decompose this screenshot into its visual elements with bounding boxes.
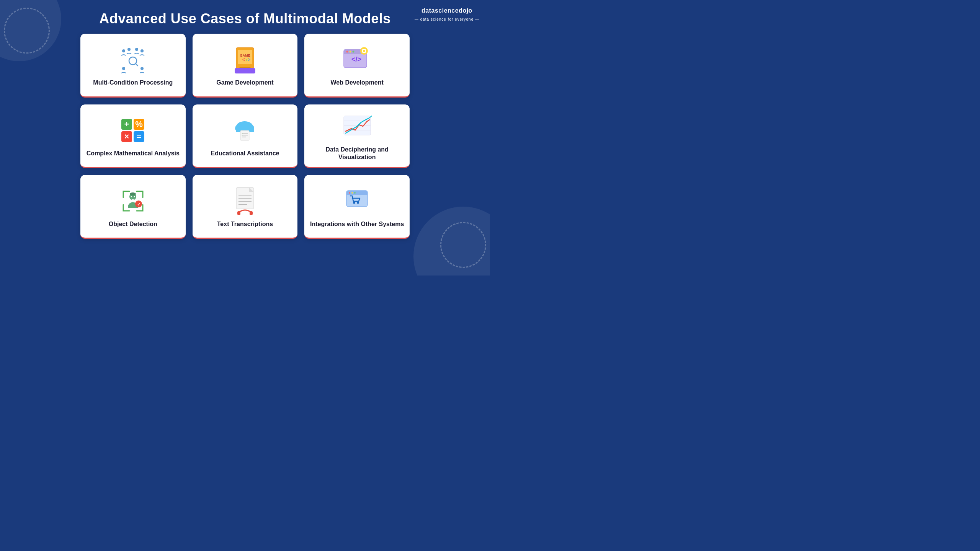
svg-point-7 bbox=[140, 67, 144, 70]
card-data-deciphering[interactable]: Data Deciphering and Visualization bbox=[304, 104, 410, 168]
object-detect-icon: ✓ bbox=[118, 186, 148, 217]
svg-point-6 bbox=[122, 67, 125, 70]
card-educational-assistance[interactable]: ✓ ✓ Educational Assistance bbox=[193, 104, 298, 168]
education-icon: ✓ ✓ bbox=[230, 115, 260, 146]
logo-tagline: — data science for everyone — bbox=[415, 16, 479, 22]
card-complex-math-label: Complex Mathematical Analysis bbox=[87, 150, 180, 158]
card-text-transcriptions[interactable]: Text Transcriptions bbox=[193, 175, 298, 239]
logo-name: datasciencedojo bbox=[415, 7, 479, 15]
math-icon: + % × = bbox=[118, 115, 148, 146]
data-viz-icon bbox=[342, 111, 372, 142]
svg-text:✓: ✓ bbox=[137, 202, 140, 207]
svg-point-25 bbox=[363, 50, 365, 52]
card-multi-condition-label: Multi-Condition Processing bbox=[93, 79, 173, 87]
cards-grid: Multi-Condition Processing GAME < / > bbox=[34, 34, 456, 246]
svg-text:</>: </> bbox=[351, 55, 361, 63]
card-complex-math[interactable]: + % × = Complex Mathematical Analysis bbox=[80, 104, 186, 168]
deco-dashes-br bbox=[440, 222, 486, 268]
svg-point-3 bbox=[127, 48, 131, 51]
card-web-development[interactable]: </> Web Development bbox=[304, 34, 410, 98]
svg-point-5 bbox=[140, 49, 144, 52]
svg-point-72 bbox=[353, 202, 355, 204]
svg-rect-15 bbox=[235, 68, 255, 73]
svg-text:×: × bbox=[124, 132, 129, 141]
svg-point-20 bbox=[349, 51, 351, 53]
web-dev-icon: </> bbox=[342, 44, 372, 75]
svg-rect-29 bbox=[366, 50, 368, 52]
game-dev-icon: GAME < / > bbox=[230, 44, 260, 75]
svg-point-54 bbox=[130, 192, 136, 196]
svg-rect-27 bbox=[363, 53, 365, 54]
multi-condition-icon bbox=[118, 44, 148, 75]
svg-point-71 bbox=[354, 192, 356, 194]
integrations-icon bbox=[342, 186, 372, 217]
card-web-development-label: Web Development bbox=[330, 79, 383, 87]
svg-point-70 bbox=[351, 192, 353, 194]
svg-line-1 bbox=[136, 64, 138, 66]
card-text-transcriptions-label: Text Transcriptions bbox=[217, 220, 273, 228]
svg-rect-26 bbox=[363, 47, 365, 49]
svg-text:<: < bbox=[242, 57, 245, 62]
svg-rect-64 bbox=[237, 211, 240, 215]
card-multi-condition[interactable]: Multi-Condition Processing bbox=[80, 34, 186, 98]
deco-dashes-tl bbox=[4, 8, 50, 54]
card-object-detection-label: Object Detection bbox=[109, 220, 157, 228]
card-object-detection[interactable]: ✓ Object Detection bbox=[80, 175, 186, 239]
svg-point-56 bbox=[134, 196, 135, 197]
svg-text:✓: ✓ bbox=[242, 134, 243, 136]
card-game-development[interactable]: GAME < / > Game Development bbox=[193, 34, 298, 98]
transcription-icon bbox=[230, 186, 260, 217]
svg-text:=: = bbox=[137, 132, 142, 141]
svg-rect-65 bbox=[250, 211, 253, 215]
svg-text:+: + bbox=[124, 119, 129, 129]
svg-point-21 bbox=[352, 51, 354, 53]
svg-text:%: % bbox=[136, 119, 143, 129]
card-data-deciphering-label: Data Deciphering and Visualization bbox=[309, 146, 405, 162]
svg-point-69 bbox=[349, 192, 350, 194]
svg-point-19 bbox=[346, 51, 348, 53]
card-integrations-label: Integrations with Other Systems bbox=[310, 220, 404, 228]
card-educational-assistance-label: Educational Assistance bbox=[211, 150, 279, 158]
card-integrations[interactable]: Integrations with Other Systems bbox=[304, 175, 410, 239]
logo: datasciencedojo — data science for every… bbox=[415, 7, 479, 22]
card-game-development-label: Game Development bbox=[216, 79, 273, 87]
svg-rect-28 bbox=[361, 50, 362, 52]
svg-point-4 bbox=[135, 48, 138, 51]
svg-text:>: > bbox=[248, 57, 250, 62]
svg-point-73 bbox=[357, 202, 359, 204]
svg-point-2 bbox=[122, 49, 125, 52]
svg-point-55 bbox=[131, 196, 132, 197]
